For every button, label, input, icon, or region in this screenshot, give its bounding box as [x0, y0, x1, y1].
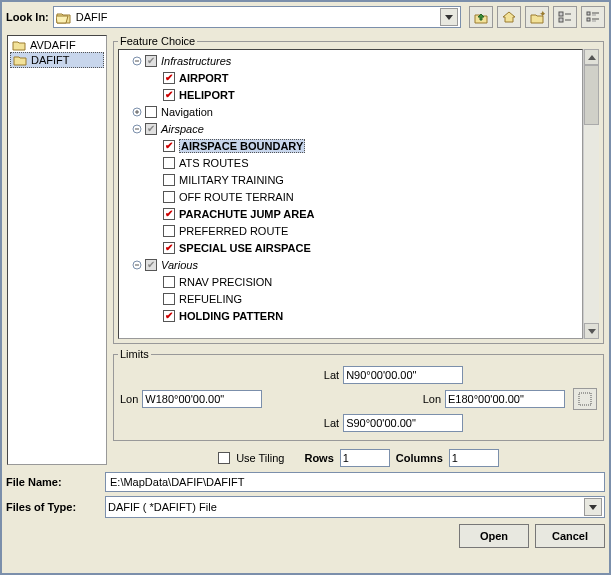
- details-view-button[interactable]: [581, 6, 605, 28]
- feature-tree[interactable]: InfrastructuresAIRPORTHELIPORTNavigation…: [118, 49, 583, 339]
- group-label: Airspace: [161, 123, 204, 135]
- chevron-down-icon[interactable]: [440, 8, 458, 26]
- cols-input[interactable]: [449, 449, 499, 467]
- folder-list[interactable]: AVDAFIF DAFIFT: [7, 35, 107, 465]
- look-in-label: Look In:: [6, 11, 49, 23]
- svg-text:✦: ✦: [539, 10, 545, 19]
- use-tiling-label: Use Tiling: [236, 452, 284, 464]
- item-checkbox[interactable]: [163, 310, 175, 322]
- tree-item[interactable]: PARACHUTE JUMP AREA: [121, 205, 580, 222]
- tree-item[interactable]: HOLDING PATTERN: [121, 307, 580, 324]
- svg-rect-6: [587, 18, 590, 21]
- chevron-down-icon[interactable]: [584, 498, 602, 516]
- tree-group[interactable]: Various: [121, 256, 580, 273]
- folder-icon: [12, 39, 26, 51]
- files-of-type-label: Files of Type:: [6, 501, 101, 513]
- lat-n-input[interactable]: [343, 366, 463, 384]
- item-checkbox[interactable]: [163, 72, 175, 84]
- item-checkbox[interactable]: [163, 293, 175, 305]
- tree-item[interactable]: REFUELING: [121, 290, 580, 307]
- limits-legend: Limits: [118, 348, 151, 360]
- feature-choice-legend: Feature Choice: [118, 35, 197, 47]
- tree-group[interactable]: Airspace: [121, 120, 580, 137]
- item-label: MILITARY TRAINING: [179, 174, 284, 186]
- item-label: PREFERRED ROUTE: [179, 225, 288, 237]
- item-label: HELIPORT: [179, 89, 235, 101]
- lon-w-label: Lon: [120, 393, 138, 405]
- tree-scrollbar[interactable]: [583, 49, 599, 339]
- tree-item[interactable]: ATS ROUTES: [121, 154, 580, 171]
- item-label: AIRPORT: [179, 72, 229, 84]
- files-of-type-value: DAFIF ( *DAFIFT) File: [108, 501, 580, 513]
- group-label: Various: [161, 259, 198, 271]
- tree-item[interactable]: MILITARY TRAINING: [121, 171, 580, 188]
- cancel-button[interactable]: Cancel: [535, 524, 605, 548]
- tree-item[interactable]: AIRSPACE BOUNDARY: [121, 137, 580, 154]
- look-in-combo[interactable]: DAFIF: [53, 6, 461, 28]
- files-of-type-combo[interactable]: DAFIF ( *DAFIFT) File: [105, 496, 605, 518]
- home-button[interactable]: [497, 6, 521, 28]
- tree-group[interactable]: Infrastructures: [121, 52, 580, 69]
- up-folder-button[interactable]: [469, 6, 493, 28]
- file-name-input[interactable]: [105, 472, 605, 492]
- collapse-icon[interactable]: [131, 123, 143, 135]
- item-checkbox[interactable]: [163, 89, 175, 101]
- tree-item[interactable]: HELIPORT: [121, 86, 580, 103]
- group-checkbox[interactable]: [145, 123, 157, 135]
- item-checkbox[interactable]: [163, 140, 175, 152]
- tree-item[interactable]: RNAV PRECISION: [121, 273, 580, 290]
- limits-select-button[interactable]: [573, 388, 597, 410]
- svg-rect-2: [559, 18, 563, 22]
- group-checkbox[interactable]: [145, 259, 157, 271]
- item-checkbox[interactable]: [163, 276, 175, 288]
- limits-group: Limits Lat Lon Lon: [113, 348, 604, 441]
- rows-input[interactable]: [340, 449, 390, 467]
- tree-item[interactable]: AIRPORT: [121, 69, 580, 86]
- item-checkbox[interactable]: [163, 157, 175, 169]
- item-checkbox[interactable]: [163, 191, 175, 203]
- lon-e-input[interactable]: [445, 390, 565, 408]
- tree-group[interactable]: Navigation: [121, 103, 580, 120]
- folder-icon: [13, 54, 27, 66]
- lon-w-input[interactable]: [142, 390, 262, 408]
- scroll-thumb[interactable]: [584, 65, 599, 125]
- lat-n-label: Lat: [324, 369, 339, 381]
- folder-item-dafift[interactable]: DAFIFT: [10, 52, 104, 68]
- collapse-icon[interactable]: [131, 259, 143, 271]
- new-folder-button[interactable]: ✦: [525, 6, 549, 28]
- item-checkbox[interactable]: [163, 242, 175, 254]
- tree-item[interactable]: PREFERRED ROUTE: [121, 222, 580, 239]
- tree-item[interactable]: OFF ROUTE TERRAIN: [121, 188, 580, 205]
- folder-item-avdafif[interactable]: AVDAFIF: [10, 38, 104, 52]
- scroll-down-icon[interactable]: [584, 323, 599, 339]
- list-view-button[interactable]: [553, 6, 577, 28]
- group-checkbox[interactable]: [145, 106, 157, 118]
- group-label: Infrastructures: [161, 55, 231, 67]
- file-name-label: File Name:: [6, 476, 101, 488]
- scroll-up-icon[interactable]: [584, 49, 599, 65]
- tree-item[interactable]: SPECIAL USE AIRSPACE: [121, 239, 580, 256]
- group-checkbox[interactable]: [145, 55, 157, 67]
- item-checkbox[interactable]: [163, 225, 175, 237]
- use-tiling-checkbox[interactable]: [218, 452, 230, 464]
- open-button[interactable]: Open: [459, 524, 529, 548]
- folder-label: AVDAFIF: [30, 39, 76, 51]
- cols-label: Columns: [396, 452, 443, 464]
- svg-rect-5: [587, 12, 590, 15]
- item-label: OFF ROUTE TERRAIN: [179, 191, 294, 203]
- lat-s-input[interactable]: [343, 414, 463, 432]
- collapse-icon[interactable]: [131, 55, 143, 67]
- item-label: PARACHUTE JUMP AREA: [179, 208, 314, 220]
- item-checkbox[interactable]: [163, 208, 175, 220]
- expand-icon[interactable]: [131, 106, 143, 118]
- look-in-value: DAFIF: [76, 11, 436, 23]
- item-label: HOLDING PATTERN: [179, 310, 283, 322]
- item-label: ATS ROUTES: [179, 157, 248, 169]
- item-checkbox[interactable]: [163, 174, 175, 186]
- folder-label: DAFIFT: [31, 54, 70, 66]
- item-label: RNAV PRECISION: [179, 276, 272, 288]
- lat-s-label: Lat: [324, 417, 339, 429]
- item-label: SPECIAL USE AIRSPACE: [179, 242, 311, 254]
- rows-label: Rows: [304, 452, 333, 464]
- item-label: AIRSPACE BOUNDARY: [179, 139, 305, 153]
